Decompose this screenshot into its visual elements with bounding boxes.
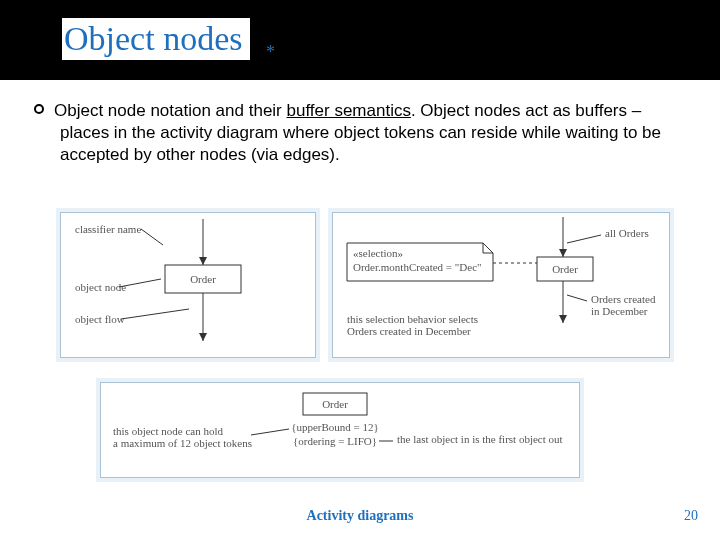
left-label-1: this object node can hold (113, 425, 223, 437)
left-label-2: a maximum of 12 object tokens (113, 437, 252, 449)
diagram-selection: «selection» Order.monthCreated = "Dec" O… (332, 212, 670, 358)
body-text-a: Object node notation and their (54, 101, 287, 120)
svg-marker-4 (199, 257, 207, 265)
body-paragraph: Object node notation and their buffer se… (60, 100, 670, 166)
page-title: Object nodes (64, 20, 242, 57)
svg-line-2 (121, 309, 189, 319)
svg-line-15 (567, 295, 587, 301)
label-object-flow-1: object flow (75, 313, 125, 325)
label-orders-created: Orders created (591, 293, 656, 305)
page-number: 20 (684, 508, 698, 524)
label-classifier-name: classifier name (75, 223, 141, 235)
order-node-2: Order (552, 263, 578, 275)
diagram-basic-svg: classifier name object node object flow … (61, 213, 317, 359)
footer-text: Activity diagrams (0, 508, 720, 524)
slide: * Object nodes * Object node notation an… (0, 0, 720, 540)
right-label: the last object in is the first object o… (397, 433, 563, 445)
label-all-orders: all Orders (605, 227, 649, 239)
caption-selection-2: Orders created in December (347, 325, 471, 337)
selection-stereotype: «selection» (353, 247, 403, 259)
diagram-constraints-svg: Order {upperBound = 12} {ordering = LIFO… (101, 383, 581, 479)
constraint-upperbound: {upperBound = 12} (291, 421, 379, 433)
order-node-1: Order (190, 273, 216, 285)
svg-line-0 (141, 229, 163, 245)
caption-selection-1: this selection behavior selects (347, 313, 478, 325)
bullet-icon (34, 104, 44, 114)
label-object-node-1: object node (75, 281, 126, 293)
title-box: Object nodes (62, 18, 250, 60)
body-text-b: buffer semantics (287, 101, 411, 120)
diagram-selection-svg: «selection» Order.monthCreated = "Dec" O… (333, 213, 671, 359)
svg-marker-9 (559, 249, 567, 257)
asterisk-right: * (266, 42, 275, 63)
order-node-3: Order (322, 398, 348, 410)
svg-marker-7 (199, 333, 207, 341)
svg-marker-13 (559, 315, 567, 323)
constraint-ordering: {ordering = LIFO} (293, 435, 377, 447)
svg-line-14 (567, 235, 601, 243)
diagram-row-2: Order {upperBound = 12} {ordering = LIFO… (100, 382, 580, 478)
diagram-constraints: Order {upperBound = 12} {ordering = LIFO… (100, 382, 580, 478)
svg-line-17 (251, 429, 289, 435)
diagram-row-1: classifier name object node object flow … (60, 212, 670, 358)
label-in-december: in December (591, 305, 648, 317)
diagram-basic-notation: classifier name object node object flow … (60, 212, 316, 358)
selection-expr: Order.monthCreated = "Dec" (353, 261, 482, 273)
